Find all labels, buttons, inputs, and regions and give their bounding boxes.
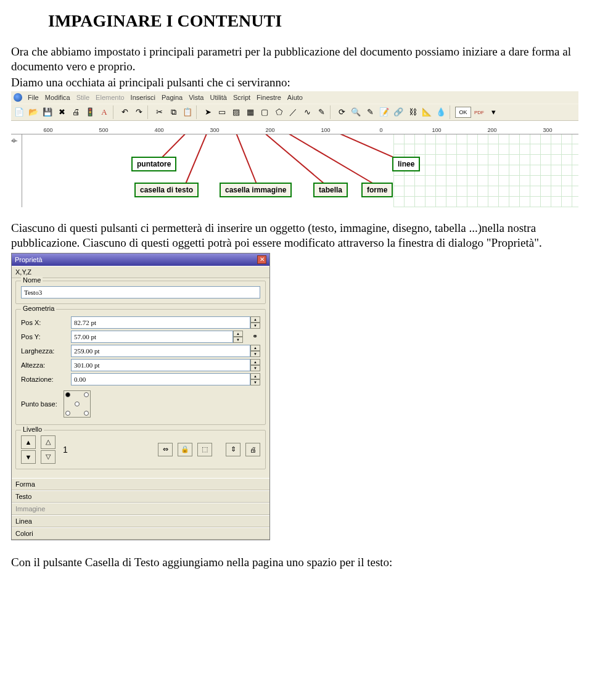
menu-stile[interactable]: Stile (73, 94, 92, 101)
close-dialog-icon[interactable]: ✕ (257, 255, 266, 264)
spin-up-icon[interactable]: ▲ (250, 316, 260, 323)
spin-down-icon[interactable]: ▼ (250, 365, 260, 371)
section-colori[interactable]: Colori (12, 527, 269, 540)
basepoint-tr[interactable] (84, 392, 89, 397)
section-linea[interactable]: Linea (12, 515, 269, 527)
larghezza-label: Larghezza: (21, 347, 67, 355)
properties-dialog: Proprietà ✕ X,Y,Z Nome Geometria Pos X: … (11, 253, 270, 540)
story-editor-icon[interactable]: 📝 (378, 106, 390, 118)
dialog-title: Proprietà (15, 256, 43, 263)
spin-up-icon[interactable]: ▲ (250, 345, 260, 351)
link-frames-icon[interactable]: 🔗 (392, 106, 405, 118)
menu-script[interactable]: Script (230, 94, 253, 101)
altezza-input[interactable]: ▲▼ (71, 359, 260, 371)
canvas-area: 0 puntatore linee casella di testo casel… (11, 134, 578, 207)
menu-finestre[interactable]: Finestre (253, 94, 284, 101)
lock-icon[interactable]: 🔒 (178, 443, 192, 456)
horizontal-ruler: 600 500 400 300 200 100 0 100 200 300 (11, 121, 578, 134)
spin-up-icon[interactable]: ▲ (233, 331, 243, 337)
line-icon[interactable]: ／ (287, 106, 299, 118)
rotate-icon[interactable]: ⟳ (335, 106, 348, 118)
eyedropper-icon[interactable]: 💧 (435, 106, 447, 118)
rotazione-input[interactable]: ▲▼ (71, 373, 260, 385)
section-immagine[interactable]: Immagine (12, 503, 269, 515)
mid-paragraph: Ciascuno di questi pulsanti ci permetter… (11, 221, 581, 250)
grid-area (393, 134, 578, 207)
basepoint-br[interactable] (84, 411, 89, 416)
menu-vista[interactable]: Vista (186, 94, 207, 101)
spin-down-icon[interactable]: ▼ (250, 323, 260, 329)
menu-modifica[interactable]: Modifica (42, 94, 73, 101)
dropdown-icon[interactable]: ▾ (487, 106, 500, 118)
level-down-button[interactable]: ▽ (41, 450, 56, 464)
spin-down-icon[interactable]: ▼ (250, 351, 260, 357)
menu-elemento[interactable]: Elemento (92, 94, 127, 101)
section-forma[interactable]: Forma (12, 478, 269, 490)
spin-down-icon[interactable]: ▼ (233, 337, 243, 343)
save-icon[interactable]: 💾 (41, 106, 54, 118)
copy-icon[interactable]: ⧉ (167, 106, 179, 118)
name-input[interactable] (21, 286, 260, 299)
ok-button[interactable]: OK (455, 107, 471, 118)
text-frame-icon[interactable]: ▭ (216, 106, 228, 118)
image-frame-icon[interactable]: ▨ (230, 106, 242, 118)
lock-size-icon[interactable]: ⬚ (197, 443, 212, 456)
menu-file[interactable]: File (25, 94, 42, 101)
basepoint-bl[interactable] (65, 411, 70, 416)
basepoint-label: Punto base: (21, 400, 57, 408)
page-area (22, 134, 578, 207)
pointer-tool-icon[interactable]: ➤ (202, 106, 214, 118)
polygon-icon[interactable]: ⬠ (273, 106, 285, 118)
flip-horizontal-icon[interactable]: ⇔ (158, 443, 173, 456)
redo-icon[interactable]: ↷ (133, 106, 145, 118)
shape-icon[interactable]: ▢ (258, 106, 271, 118)
group-geometria-label: Geometria (21, 305, 56, 312)
menu-aiuto[interactable]: Aiuto (284, 94, 306, 101)
basepoint-c[interactable] (75, 401, 80, 406)
toolbar-separator (113, 105, 116, 119)
edit-contents-icon[interactable]: ✎ (364, 106, 376, 118)
unlink-frames-icon[interactable]: ⛓ (406, 106, 419, 118)
posx-input[interactable]: ▲▼ (71, 316, 260, 329)
table-icon[interactable]: ▦ (244, 106, 257, 118)
section-testo[interactable]: Testo (12, 490, 269, 503)
posy-input[interactable]: ▲▼ (71, 331, 243, 343)
zoom-icon[interactable]: 🔍 (350, 106, 362, 118)
ruler-tick: 300 (210, 127, 219, 133)
altezza-label: Altezza: (21, 361, 67, 369)
dialog-titlebar[interactable]: Proprietà ✕ (12, 253, 269, 266)
undo-icon[interactable]: ↶ (118, 106, 131, 118)
ruler-tick: 100 (321, 127, 330, 133)
freehand-icon[interactable]: ✎ (315, 106, 327, 118)
new-document-icon[interactable]: 📄 (13, 106, 25, 118)
menu-pagina[interactable]: Pagina (158, 94, 186, 101)
flip-vertical-icon[interactable]: ⇕ (226, 443, 240, 456)
level-up-button[interactable]: △ (41, 435, 56, 449)
print-icon[interactable]: 🖨 (70, 106, 82, 118)
menu-inserisci[interactable]: Inserisci (128, 94, 158, 101)
cut-icon[interactable]: ✂ (153, 106, 165, 118)
basepoint-tl[interactable] (65, 392, 70, 397)
export-pdf-icon[interactable]: A (98, 106, 110, 118)
spin-down-icon[interactable]: ▼ (250, 379, 260, 385)
print-enabled-icon[interactable]: 🖨 (245, 443, 260, 456)
page-title: IMPAGINARE I CONTENUTI (48, 11, 581, 31)
chain-link-icon[interactable]: ⚭ (249, 332, 260, 340)
spin-up-icon[interactable]: ▲ (250, 373, 260, 379)
section-xyz[interactable]: X,Y,Z (12, 266, 269, 278)
pdf-export-icon[interactable]: PDF (473, 106, 485, 118)
posy-label: Pos Y: (21, 333, 67, 340)
basepoint-selector[interactable] (64, 390, 91, 418)
measure-icon[interactable]: 📐 (421, 106, 433, 118)
preflight-icon[interactable]: 🚦 (84, 106, 96, 118)
paste-icon[interactable]: 📋 (181, 106, 194, 118)
menu-utilita[interactable]: Utilità (207, 94, 230, 101)
bottom-paragraph: Con il pulsante Casella di Testo aggiung… (11, 555, 581, 570)
level-top-button[interactable]: ▲ (21, 435, 36, 449)
larghezza-input[interactable]: ▲▼ (71, 345, 260, 357)
spin-up-icon[interactable]: ▲ (250, 359, 260, 365)
close-icon[interactable]: ✖ (56, 106, 68, 118)
open-icon[interactable]: 📂 (27, 106, 39, 118)
level-bottom-button[interactable]: ▼ (21, 450, 36, 464)
bezier-icon[interactable]: ∿ (301, 106, 313, 118)
